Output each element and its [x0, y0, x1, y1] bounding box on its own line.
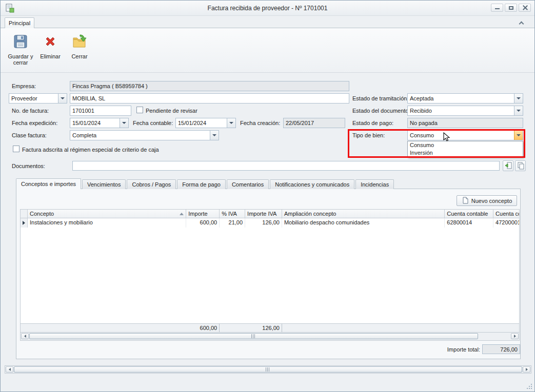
ribbon-collapse-button[interactable]: [516, 19, 526, 27]
minimize-icon: [495, 8, 500, 9]
tab-principal[interactable]: Principal: [5, 17, 34, 28]
cerrar-label: Cerrar: [71, 53, 87, 59]
conceptos-panel: Nuevo concepto Concepto Importe % IVA Im…: [16, 189, 521, 359]
fecha-contable-dropdown-button[interactable]: [227, 118, 235, 128]
guardar-y-cerrar-button[interactable]: Guardar y cerrar: [6, 30, 35, 71]
arrow-left-icon: [9, 368, 11, 371]
toolbar: Guardar y cerrar Eliminar Cerrar: [1, 28, 534, 73]
column-header-importe[interactable]: Importe: [186, 210, 220, 218]
tipo-bien-dropdown-list: Consumo Inversión: [407, 141, 523, 157]
tipo-bien-combo[interactable]: Consumo: [407, 130, 523, 140]
window-title: Factura recibida de proveedor - Nº 17010…: [52, 5, 483, 12]
fecha-expedicion-dropdown-button[interactable]: [120, 118, 128, 128]
delete-icon: [42, 33, 58, 51]
tipo-bien-dropdown-button[interactable]: [514, 131, 523, 140]
grid-horizontal-scrollbar[interactable]: [20, 333, 520, 341]
fecha-contable-field[interactable]: 15/01/2024: [175, 118, 236, 128]
estado-documento-combo[interactable]: Recibido: [407, 106, 523, 116]
importe-total-field: 726,00: [482, 344, 520, 354]
tab-vencimientos[interactable]: Vencimientos: [82, 179, 126, 189]
clase-factura-combo[interactable]: Completa: [70, 130, 219, 140]
chevron-down-icon: [229, 122, 233, 124]
app-icon: [5, 4, 14, 13]
column-header-ampliacion[interactable]: Ampliación concepto: [282, 210, 445, 218]
tab-incidencias[interactable]: Incidencias: [355, 179, 394, 189]
cell-cuenta-cor[interactable]: 47200001: [493, 218, 519, 228]
scrollbar-thumb[interactable]: [29, 333, 478, 339]
conceptos-grid: Concepto Importe % IVA Importe IVA Ampli…: [20, 209, 520, 341]
tab-forma-de-pago[interactable]: Forma de pago: [177, 179, 226, 189]
nuevo-concepto-button[interactable]: Nuevo concepto: [457, 195, 517, 206]
dropdown-option-inversion[interactable]: Inversión: [408, 149, 523, 157]
table-row[interactable]: Instalaciones y mobiliario 600,00 21,00 …: [20, 218, 520, 228]
documentos-label: Documentos:: [12, 163, 45, 169]
nuevo-concepto-label: Nuevo concepto: [471, 198, 512, 204]
cell-cuenta-contable[interactable]: 62800014: [445, 218, 493, 228]
chevron-down-icon: [61, 97, 65, 99]
tab-conceptos-e-importes[interactable]: Conceptos e importes: [16, 178, 81, 189]
column-header-cuenta-cor[interactable]: Cuenta cor: [493, 210, 519, 218]
maximize-icon: [509, 6, 513, 10]
close-folder-icon: [71, 33, 88, 51]
tab-notificaciones[interactable]: Notificaciones y comunicados: [270, 179, 354, 189]
estado-pago-field: No pagada: [407, 118, 523, 128]
copy-document-button[interactable]: [515, 160, 526, 171]
eliminar-label: Eliminar: [40, 53, 61, 59]
estado-documento-dropdown-button[interactable]: [514, 106, 523, 115]
no-factura-field[interactable]: 1701001: [70, 106, 131, 116]
grip-icon: [266, 367, 270, 372]
clase-factura-label: Clase factura:: [12, 132, 47, 138]
scroll-left-button[interactable]: [21, 333, 29, 339]
cell-importe-iva[interactable]: 126,00: [245, 218, 282, 228]
row-indicator[interactable]: [21, 218, 28, 228]
documentos-field[interactable]: [72, 161, 500, 171]
estado-tramitacion-dropdown-button[interactable]: [514, 94, 523, 103]
cell-concepto[interactable]: Instalaciones y mobiliario: [28, 218, 186, 228]
scrollbar-thumb[interactable]: [14, 366, 522, 373]
form-horizontal-scrollbar[interactable]: [5, 365, 531, 374]
arrow-left-icon: [24, 335, 26, 338]
close-button[interactable]: [519, 4, 531, 12]
criterio-caja-label: Factura adscrita al régimen especial de …: [22, 147, 159, 153]
dropdown-option-consumo[interactable]: Consumo: [408, 141, 523, 149]
fecha-expedicion-field[interactable]: 15/01/2024: [70, 118, 129, 128]
eliminar-button[interactable]: Eliminar: [36, 30, 65, 71]
proveedor-field[interactable]: MOBILIA, SL: [70, 93, 349, 104]
estado-pago-label: Estado de pago:: [352, 120, 393, 126]
cerrar-button[interactable]: Cerrar: [65, 30, 94, 71]
scroll-right-button[interactable]: [523, 366, 530, 373]
window-controls: [491, 4, 531, 12]
chevron-down-icon: [122, 122, 126, 124]
column-header-concepto[interactable]: Concepto: [28, 210, 186, 218]
column-header-cuenta-contable[interactable]: Cuenta contable: [445, 210, 493, 218]
resize-grip[interactable]: [526, 383, 532, 389]
chevron-down-icon: [517, 134, 521, 136]
scroll-right-button[interactable]: [511, 333, 519, 339]
fecha-creacion-label: Fecha creación:: [240, 120, 280, 126]
copy-icon: [517, 161, 525, 171]
tab-cobros-pagos[interactable]: Cobros / Pagos: [127, 179, 176, 189]
proveedor-selector[interactable]: Proveedor: [9, 93, 67, 104]
window: Factura recibida de proveedor - Nº 17010…: [0, 0, 535, 392]
column-header-iva[interactable]: % IVA: [220, 210, 245, 218]
arrow-right-icon: [526, 368, 528, 371]
cell-ampliacion[interactable]: Mobiliario despacho comunidades: [282, 218, 445, 228]
clase-factura-dropdown-button[interactable]: [210, 131, 219, 140]
scroll-left-button[interactable]: [6, 366, 13, 373]
column-header-importe-iva[interactable]: Importe IVA: [245, 210, 282, 218]
empresa-label: Empresa:: [12, 83, 36, 89]
pendiente-de-revisar-checkbox[interactable]: [136, 107, 143, 113]
cell-importe[interactable]: 600,00: [186, 218, 220, 228]
criterio-caja-checkbox[interactable]: [13, 146, 19, 152]
attach-document-button[interactable]: [503, 160, 513, 171]
minimize-button[interactable]: [491, 4, 503, 12]
proveedor-selector-dropdown-button[interactable]: [58, 94, 67, 103]
cell-iva[interactable]: 21,00: [220, 218, 245, 228]
grip-icon: [251, 334, 256, 338]
estado-tramitacion-combo[interactable]: Aceptada: [407, 93, 523, 104]
pendiente-de-revisar-label: Pendiente de revisar: [146, 108, 197, 114]
maximize-button[interactable]: [505, 4, 517, 12]
arrow-right-icon: [514, 335, 516, 338]
no-factura-label: No. de factura:: [12, 108, 49, 114]
tab-comentarios[interactable]: Comentarios: [227, 179, 269, 189]
